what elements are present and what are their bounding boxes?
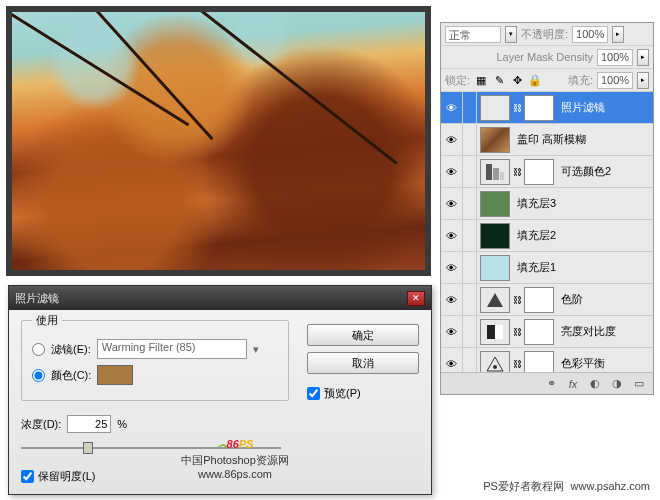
density-unit: % <box>117 418 127 430</box>
adjustment-thumb[interactable] <box>480 319 510 345</box>
add-mask-icon[interactable]: ◐ <box>587 376 603 392</box>
adjustment-thumb[interactable] <box>480 287 510 313</box>
adjustment-thumb[interactable] <box>480 351 510 373</box>
adjustment-thumb[interactable] <box>480 159 510 185</box>
color-radio[interactable] <box>32 369 45 382</box>
mask-density-input[interactable]: 100% <box>597 49 633 66</box>
mask-density-label: Layer Mask Density <box>445 51 593 63</box>
lock-transparent-icon[interactable]: ▦ <box>474 73 488 87</box>
visibility-toggle[interactable]: 👁 <box>441 284 463 315</box>
density-row: 浓度(D): % <box>21 415 419 433</box>
layer-row-blur[interactable]: 👁 盖印 高斯模糊 <box>441 124 653 156</box>
link-column[interactable] <box>463 284 477 315</box>
link-column[interactable] <box>463 316 477 347</box>
layer-name[interactable]: 盖印 高斯模糊 <box>513 132 653 147</box>
layer-name[interactable]: 填充层1 <box>513 260 653 275</box>
mask-thumb[interactable] <box>524 159 554 185</box>
visibility-toggle[interactable]: 👁 <box>441 188 463 219</box>
density-input[interactable] <box>67 415 111 433</box>
dialog-title: 照片滤镜 <box>15 291 59 306</box>
layers-footer: ⚭ fx ◐ ◑ ▭ <box>441 372 653 394</box>
layer-name[interactable]: 色阶 <box>557 292 653 307</box>
fill-input[interactable]: 100% <box>597 72 633 89</box>
layer-row-fill3[interactable]: 👁 填充层3 <box>441 188 653 220</box>
mask-thumb[interactable] <box>524 319 554 345</box>
link-layers-icon[interactable]: ⚭ <box>543 376 559 392</box>
layer-name[interactable]: 填充层2 <box>513 228 653 243</box>
close-icon[interactable]: ✕ <box>407 291 425 306</box>
opacity-label: 不透明度: <box>521 27 568 42</box>
lock-pixels-icon[interactable]: ✎ <box>492 73 506 87</box>
ok-button[interactable]: 确定 <box>307 324 419 346</box>
visibility-toggle[interactable]: 👁 <box>441 124 463 155</box>
svg-rect-2 <box>500 172 504 180</box>
chain-icon: ⛓ <box>513 295 521 305</box>
layer-row-brightness[interactable]: 👁 ⛓ 亮度对比度 <box>441 316 653 348</box>
link-column[interactable] <box>463 92 477 123</box>
chevron-down-icon[interactable]: ▾ <box>253 343 259 356</box>
layer-row-selective-color[interactable]: 👁 ⛓ 可选颜色2 <box>441 156 653 188</box>
chain-icon: ⛓ <box>513 359 521 369</box>
dialog-titlebar[interactable]: 照片滤镜 ✕ <box>9 286 431 310</box>
link-column[interactable] <box>463 124 477 155</box>
image-thumb[interactable] <box>480 127 510 153</box>
fill-flyout-icon[interactable]: ▸ <box>637 72 649 89</box>
layer-name[interactable]: 亮度对比度 <box>557 324 653 339</box>
adjustment-thumb[interactable] <box>480 95 510 121</box>
link-column[interactable] <box>463 156 477 187</box>
use-fieldset: 使用 滤镜(E): Warming Filter (85) ▾ 颜色(C): <box>21 320 289 401</box>
mask-thumb[interactable] <box>524 95 554 121</box>
opacity-flyout-icon[interactable]: ▸ <box>612 26 624 43</box>
fx-icon[interactable]: fx <box>565 376 581 392</box>
mask-density-flyout-icon[interactable]: ▸ <box>637 49 649 66</box>
canvas-image <box>12 12 425 270</box>
eye-icon: 👁 <box>446 166 457 178</box>
lock-all-icon[interactable]: 🔒 <box>528 73 542 87</box>
blend-mode-select[interactable]: 正常 <box>445 26 501 43</box>
watermark-psahz: PS爱好者教程网 www.psahz.com <box>483 479 650 494</box>
blend-opacity-row: 正常 ▾ 不透明度: 100% ▸ <box>441 23 653 46</box>
visibility-toggle[interactable]: 👁 <box>441 316 463 347</box>
layer-row-fill2[interactable]: 👁 填充层2 <box>441 220 653 252</box>
link-column[interactable] <box>463 348 477 372</box>
link-column[interactable] <box>463 252 477 283</box>
visibility-toggle[interactable]: 👁 <box>441 156 463 187</box>
fill-thumb[interactable] <box>480 191 510 217</box>
fill-thumb[interactable] <box>480 223 510 249</box>
visibility-toggle[interactable]: 👁 <box>441 252 463 283</box>
layer-row-levels[interactable]: 👁 ⛓ 色阶 <box>441 284 653 316</box>
new-adjustment-icon[interactable]: ◑ <box>609 376 625 392</box>
slider-thumb[interactable] <box>83 442 93 454</box>
layer-name[interactable]: 色彩平衡 <box>557 356 653 371</box>
density-slider[interactable] <box>21 441 281 455</box>
layer-name[interactable]: 可选颜色2 <box>557 164 653 179</box>
filter-radio[interactable] <box>32 343 45 356</box>
mask-thumb[interactable] <box>524 351 554 373</box>
layer-name[interactable]: 填充层3 <box>513 196 653 211</box>
new-group-icon[interactable]: ▭ <box>631 376 647 392</box>
opacity-input[interactable]: 100% <box>572 26 608 43</box>
color-swatch[interactable] <box>97 365 133 385</box>
lock-position-icon[interactable]: ✥ <box>510 73 524 87</box>
layer-row-fill1[interactable]: 👁 填充层1 <box>441 252 653 284</box>
visibility-toggle[interactable]: 👁 <box>441 92 463 123</box>
chevron-down-icon[interactable]: ▾ <box>505 26 517 43</box>
layer-row-color-balance[interactable]: 👁 ⛓ 色彩平衡 <box>441 348 653 372</box>
visibility-toggle[interactable]: 👁 <box>441 220 463 251</box>
filter-select[interactable]: Warming Filter (85) <box>97 339 247 359</box>
link-column[interactable] <box>463 188 477 219</box>
fill-thumb[interactable] <box>480 255 510 281</box>
layer-list: 👁 ⛓ 照片滤镜 👁 盖印 高斯模糊 👁 ⛓ 可选颜色2 👁 填充层3 <box>441 92 653 372</box>
preserve-luminosity-checkbox[interactable] <box>21 470 34 483</box>
density-label: 浓度(D): <box>21 417 61 432</box>
eye-icon: 👁 <box>446 134 457 146</box>
visibility-toggle[interactable]: 👁 <box>441 348 463 372</box>
layer-row-photo-filter[interactable]: 👁 ⛓ 照片滤镜 <box>441 92 653 124</box>
layer-name[interactable]: 照片滤镜 <box>557 100 653 115</box>
cancel-button[interactable]: 取消 <box>307 352 419 374</box>
link-column[interactable] <box>463 220 477 251</box>
mask-thumb[interactable] <box>524 287 554 313</box>
eye-icon: 👁 <box>446 358 457 370</box>
preview-checkbox[interactable] <box>307 387 320 400</box>
eye-icon: 👁 <box>446 294 457 306</box>
